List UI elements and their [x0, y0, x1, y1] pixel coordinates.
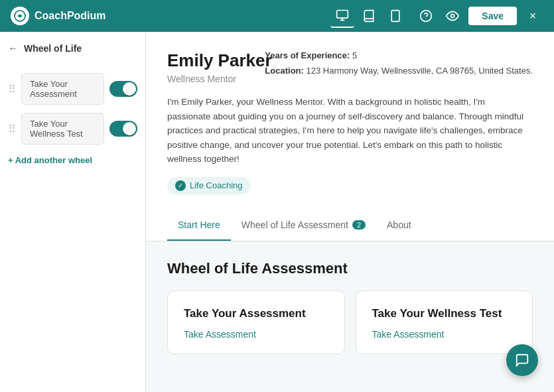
close-button[interactable]: × [522, 5, 543, 27]
years-value: 5 [352, 50, 357, 60]
tab-start-here[interactable]: Start Here [167, 210, 231, 241]
coaching-tag: ✓ Life Coaching [167, 177, 251, 194]
years-label: Years of Experience: [265, 50, 350, 60]
wellness-pill[interactable]: Take Your Wellness Test [21, 113, 104, 145]
help-button[interactable] [415, 5, 437, 27]
card-2-title: Take Your Wellness Test [372, 307, 517, 320]
assessment-card-2: Take Your Wellness Test Take Assessment [356, 291, 533, 354]
tag-label: Life Coaching [190, 180, 243, 190]
tab-wheel-label: Wheel of Life Assessment [242, 220, 348, 230]
assessment-pill[interactable]: Take Your Assessment [21, 73, 104, 105]
section-title: Wheel of Life Assessment [167, 260, 533, 277]
card-2-link[interactable]: Take Assessment [372, 329, 445, 340]
tab-start-here-label: Start Here [178, 220, 220, 230]
sidebar-header: ← Wheel of Life [8, 42, 137, 60]
logo-text: CoachPodium [35, 10, 106, 22]
location-label: Location: [265, 66, 304, 76]
sidebar-item-wellness: ⠿ Take Your Wellness Test [8, 113, 137, 145]
drag-handle-1[interactable]: ⠿ [8, 83, 16, 96]
nav-right-actions: Save × [415, 5, 543, 27]
preview-button[interactable] [442, 5, 463, 27]
location: Location: 123 Harmony Way, Wellnessville… [265, 66, 533, 76]
cards-grid: Take Your Assessment Take Assessment Tak… [167, 291, 533, 354]
svg-point-8 [451, 15, 454, 18]
main-content-area: Years of Experience: 5 Location: 123 Har… [146, 32, 554, 392]
sidebar: ← Wheel of Life ⠿ Take Your Assessment ⠿… [0, 32, 146, 392]
chat-fab[interactable] [506, 344, 538, 376]
tag-check-icon: ✓ [175, 180, 186, 191]
sidebar-title: Wheel of Life [24, 43, 82, 54]
tabs-bar: Start Here Wheel of Life Assessment 2 Ab… [146, 210, 554, 241]
add-wheel-button[interactable]: + Add another wheel [8, 153, 137, 168]
tab-badge: 2 [352, 220, 366, 229]
logo: CoachPodium [11, 7, 106, 25]
card-1-link[interactable]: Take Assessment [184, 329, 256, 340]
wellness-toggle[interactable] [109, 121, 137, 137]
book-view-button[interactable] [357, 4, 381, 28]
tab-wheel-assessment[interactable]: Wheel of Life Assessment 2 [231, 210, 376, 241]
tab-about-label: About [387, 220, 411, 230]
save-button[interactable]: Save [468, 7, 517, 25]
profile-meta: Years of Experience: 5 Location: 123 Har… [265, 50, 533, 81]
location-value: 123 Harmony Way, Wellnessville, CA 98765… [306, 66, 533, 76]
tab-about[interactable]: About [376, 210, 422, 241]
back-button[interactable]: ← [8, 42, 19, 54]
svg-rect-4 [391, 11, 399, 22]
profile-bio: I'm Emily Parker, your Wellness Mentor. … [167, 95, 525, 166]
view-toggle-group [330, 4, 407, 28]
svg-rect-1 [337, 11, 348, 19]
main-layout: ← Wheel of Life ⠿ Take Your Assessment ⠿… [0, 32, 554, 392]
logo-icon [11, 7, 29, 25]
section-content: Wheel of Life Assessment Take Your Asses… [146, 241, 554, 373]
desktop-view-button[interactable] [330, 4, 354, 28]
profile-section: Years of Experience: 5 Location: 123 Har… [146, 32, 554, 210]
assessment-toggle[interactable] [109, 81, 137, 97]
assessment-card-1: Take Your Assessment Take Assessment [167, 291, 345, 354]
sidebar-item-assessment: ⠿ Take Your Assessment [8, 73, 137, 105]
mobile-view-button[interactable] [383, 4, 407, 28]
card-1-title: Take Your Assessment [184, 307, 328, 320]
top-navigation: CoachPodium Save [0, 0, 554, 32]
drag-handle-2[interactable]: ⠿ [8, 123, 16, 135]
years-of-experience: Years of Experience: 5 [265, 50, 533, 60]
